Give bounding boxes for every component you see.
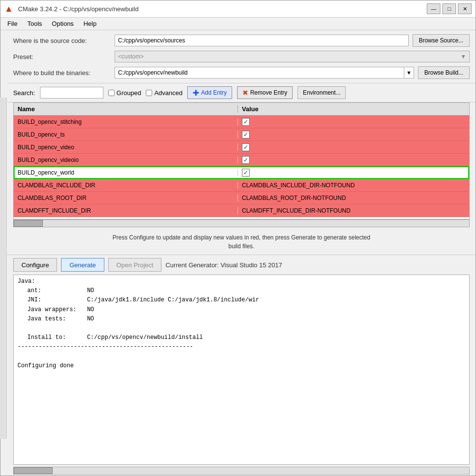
log-line (18, 324, 465, 333)
add-entry-button[interactable]: ✚ Add Entry (187, 86, 232, 99)
advanced-label: Advanced (154, 89, 182, 97)
remove-icon: ✖ (242, 89, 248, 97)
checkbox-icon: ✓ (242, 131, 250, 139)
cell-name: BUILD_opencv_video (14, 144, 238, 151)
log-line: Java: (18, 277, 465, 286)
table-row[interactable]: BUILD_opencv_stitching ✓ (14, 116, 469, 128)
log-line: JNI: C:/java/jdk1.8/include C:/java/jdk1… (27, 296, 465, 305)
toolbar: Where is the source code: Browse Source.… (7, 30, 476, 83)
source-label: Where is the source code: (13, 37, 111, 44)
generate-button[interactable]: Generate (61, 258, 104, 272)
cell-name: BUILD_opencv_stitching (14, 119, 238, 125)
menu-options[interactable]: Options (47, 19, 79, 29)
log-line: ----------------------------------------… (18, 342, 465, 352)
table-row[interactable]: CLAMDBLAS_INCLUDE_DIR CLAMDBLAS_INCLUDE_… (14, 179, 469, 192)
left-indicator (0, 98, 7, 439)
log-line: Configuring done (18, 361, 465, 371)
preset-chevron-icon: ▼ (460, 53, 466, 60)
table-row[interactable]: BUILD_opencv_videoio ✓ (14, 154, 469, 166)
browse-source-button[interactable]: Browse Source... (413, 34, 470, 47)
log-horizontal-scrollbar[interactable] (13, 467, 470, 475)
table-row[interactable]: BUILD_opencv_world ✓ (14, 166, 469, 179)
search-label: Search: (13, 89, 35, 97)
build-row: Where to build the binaries: ▼ Browse Bu… (13, 66, 470, 79)
generator-text: Current Generator: Visual Studio 15 2017 (165, 261, 282, 269)
open-project-button[interactable]: Open Project (108, 258, 162, 272)
advanced-checkbox[interactable] (146, 90, 152, 96)
table-row[interactable]: BUILD_opencv_ts ✓ (14, 128, 469, 141)
search-row: Search: Grouped Advanced ✚ Add Entry ✖ R… (7, 83, 476, 102)
cell-name: BUILD_opencv_videoio (14, 157, 238, 163)
preset-label: Preset: (13, 53, 111, 60)
action-row: Configure Generate Open Project Current … (7, 255, 476, 275)
cell-value: ✓ (238, 143, 469, 151)
window-title: CMake 3.24.2 - C:/cpp/vs/opencv/newbuild (18, 5, 423, 13)
table-scrollbar-thumb[interactable] (14, 220, 43, 227)
configure-button[interactable]: Configure (13, 258, 57, 272)
window-controls: — □ ✕ (427, 3, 472, 14)
cell-name: CLAMDBLAS_ROOT_DIR (14, 195, 238, 201)
grouped-label: Grouped (117, 89, 141, 97)
checkbox-icon: ✓ (242, 118, 250, 126)
checkbox-icon: ✓ (242, 143, 250, 151)
source-row: Where is the source code: Browse Source.… (13, 34, 470, 47)
menu-file[interactable]: File (2, 19, 22, 29)
column-value-header: Value (238, 105, 461, 113)
search-input[interactable] (40, 87, 103, 99)
preset-value: <custom> (118, 53, 144, 60)
browse-build-button[interactable]: Browse Build... (418, 66, 470, 79)
log-line: Java tests: NO (27, 315, 465, 324)
cell-value: CLAMDFFT_INCLUDE_DIR-NOTFOUND (238, 207, 469, 214)
log-scrollbar-thumb[interactable] (14, 467, 53, 474)
grouped-checkbox-label[interactable]: Grouped (108, 89, 141, 97)
checkbox-icon: ✓ (242, 156, 250, 164)
build-label: Where to build the binaries: (13, 69, 111, 77)
minimize-button[interactable]: — (427, 3, 440, 14)
status-text: Press Configure to update and display ne… (7, 229, 476, 255)
cell-name: BUILD_opencv_ts (14, 131, 238, 138)
table-row[interactable]: CLAMDBLAS_ROOT_DIR CLAMDBLAS_ROOT_DIR-NO… (14, 192, 469, 204)
menu-help[interactable]: Help (79, 19, 101, 29)
table-row[interactable]: BUILD_opencv_video ✓ (14, 141, 469, 154)
source-input[interactable] (115, 35, 409, 46)
log-output[interactable]: Java: ant: NO JNI: C:/java/jdk1.8/includ… (13, 275, 470, 465)
title-bar: ▲ CMake 3.24.2 - C:/cpp/vs/opencv/newbui… (0, 0, 476, 18)
preset-select[interactable]: <custom> ▼ (115, 51, 470, 62)
checkbox-icon: ✓ (242, 169, 250, 177)
menu-tools[interactable]: Tools (22, 19, 47, 29)
cell-value: ✓ (238, 131, 469, 139)
log-line: ant: NO (27, 286, 465, 296)
window-body: Where is the source code: Browse Source.… (0, 30, 476, 476)
cell-name: BUILD_opencv_world (14, 169, 238, 176)
cell-value: ✓ (238, 156, 469, 164)
close-button[interactable]: ✕ (458, 3, 472, 14)
cell-value: ✓ (238, 169, 469, 177)
table-horizontal-scrollbar[interactable] (13, 219, 470, 227)
build-input[interactable] (115, 67, 404, 78)
column-name-header: Name (14, 105, 238, 113)
app-icon: ▲ (4, 4, 14, 14)
grouped-checkbox[interactable] (108, 90, 115, 96)
maximize-button[interactable]: □ (442, 3, 456, 14)
cell-name: CLAMDBLAS_INCLUDE_DIR (14, 182, 238, 189)
log-line: Install to: C:/cpp/vs/opencv/newbuild/in… (27, 333, 465, 342)
log-line (18, 352, 465, 361)
advanced-checkbox-label[interactable]: Advanced (146, 89, 182, 97)
preset-row: Preset: <custom> ▼ (13, 51, 470, 62)
cmake-table: Name Value BUILD_opencv_stitching ✓ BUIL… (13, 102, 470, 219)
table-body[interactable]: BUILD_opencv_stitching ✓ BUILD_opencv_ts… (14, 116, 469, 219)
cell-value: ✓ (238, 118, 469, 126)
main-window: ▲ CMake 3.24.2 - C:/cpp/vs/opencv/newbui… (0, 0, 476, 476)
menu-bar: File Tools Options Help (0, 18, 476, 30)
cell-value: CLAMDBLAS_ROOT_DIR-NOTFOUND (238, 195, 469, 201)
remove-entry-button[interactable]: ✖ Remove Entry (237, 86, 293, 99)
main-content: Where is the source code: Browse Source.… (7, 30, 476, 476)
cell-value: CLAMDBLAS_INCLUDE_DIR-NOTFOUND (238, 182, 469, 189)
add-icon: ✚ (193, 88, 199, 98)
table-row[interactable]: CLAMDFFT_INCLUDE_DIR CLAMDFFT_INCLUDE_DI… (14, 204, 469, 217)
log-line: Java wrappers: NO (27, 305, 465, 315)
build-dropdown-icon: ▼ (404, 67, 414, 78)
environment-button[interactable]: Environment... (298, 86, 346, 99)
cell-name: CLAMDFFT_INCLUDE_DIR (14, 207, 238, 214)
table-header: Name Value (14, 103, 469, 116)
